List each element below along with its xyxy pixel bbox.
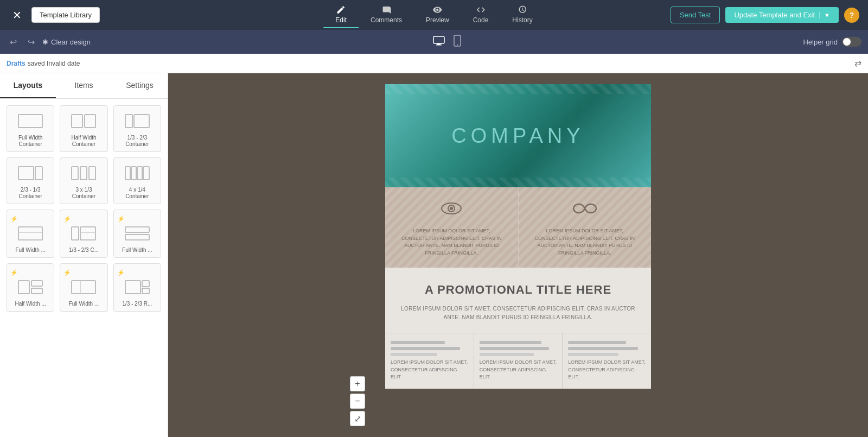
line-ph-3 — [391, 353, 437, 356]
three-col-2[interactable]: LOREM IPSUM DOLOR SIT AMET, CONSECTETUR … — [474, 333, 563, 389]
layout-three-thirds[interactable]: 3 x 1/3Container — [60, 157, 107, 204]
col2-cell[interactable]: LOREM IPSUM DOLOR SIT AMET, CONSECTETUR … — [519, 187, 652, 268]
three-col-3[interactable]: LOREM IPSUM DOLOR SIT AMET, CONSECTETUR … — [563, 333, 651, 389]
zoom-out-button[interactable]: − — [350, 394, 365, 409]
mobile-view-button[interactable] — [454, 35, 461, 49]
svg-point-36 — [450, 207, 453, 210]
layout-third-twothirds-lightning[interactable]: ⚡ 1/3 - 2/3 C... — [60, 210, 107, 258]
editor-toolbar: ↩ ↪ ✱ Clear design Helper grid — [0, 30, 868, 54]
svg-rect-0 — [433, 36, 444, 43]
tab-preview[interactable]: Preview — [414, 2, 461, 28]
svg-rect-8 — [125, 115, 132, 128]
top-nav-left: ✕ Template Library — [9, 7, 100, 23]
header-stripe-top — [385, 84, 651, 94]
three-col-1[interactable]: LOREM IPSUM DOLOR SIT AMET, CONSECTETUR … — [385, 333, 474, 389]
svg-rect-6 — [72, 115, 82, 128]
three-column-section[interactable]: LOREM IPSUM DOLOR SIT AMET, CONSECTETUR … — [385, 333, 651, 389]
svg-rect-5 — [18, 115, 42, 128]
layout-full-lightning-1[interactable]: ⚡ Full Width ... — [7, 210, 54, 258]
lightning-badge-3: ⚡ — [117, 216, 157, 223]
layout-third-twothirds[interactable]: 1/3 - 2/3Container — [113, 105, 161, 152]
two-column-section[interactable]: LOREM IPSUM DOLOR SIT AMET, CONSECTETUR … — [385, 187, 651, 268]
svg-rect-18 — [143, 167, 149, 180]
svg-rect-33 — [142, 288, 149, 294]
helper-grid-toggle-switch[interactable] — [842, 37, 861, 47]
layout-third-twothirds-r[interactable]: ⚡ 1/3 - 2/3 R... — [113, 263, 161, 312]
update-template-button[interactable]: Update Template and Exit ▼ — [725, 7, 839, 23]
infinity-icon — [572, 198, 597, 221]
layout-half-lightning[interactable]: ⚡ Half Width ... — [7, 263, 54, 312]
zoom-fit-button[interactable]: ⤢ — [350, 411, 365, 426]
sidebar-tabs: Layouts Items Settings — [0, 73, 168, 99]
line-ph-5 — [480, 347, 549, 350]
three-thirds-icon — [63, 163, 104, 183]
full-lightning-2-icon — [117, 224, 157, 243]
line-ph-7 — [568, 341, 626, 344]
svg-rect-25 — [125, 235, 149, 240]
svg-rect-22 — [80, 227, 95, 240]
layout-full-lightning-3[interactable]: ⚡ Full Width ... — [60, 263, 107, 312]
sidebar-tab-layouts[interactable]: Layouts — [0, 73, 56, 98]
svg-rect-19 — [18, 227, 42, 240]
svg-rect-32 — [142, 281, 149, 287]
promo-section[interactable]: A PROMOTIONAL TITLE HERE LOREM IPSUM DOL… — [385, 268, 651, 333]
template-library-button[interactable]: Template Library — [31, 7, 100, 23]
tab-comments[interactable]: Comments — [359, 2, 414, 28]
col2-text: LOREM IPSUM DOLOR SIT AMET, CONSECTETUR … — [527, 227, 643, 257]
three-col-3-text: LOREM IPSUM DOLOR SIT AMET, CONSECTETUR … — [568, 359, 646, 381]
line-ph-1 — [391, 341, 445, 344]
eye-icon — [441, 198, 462, 221]
redo-button[interactable]: ↪ — [24, 35, 38, 49]
svg-rect-26 — [18, 281, 29, 294]
clear-design-button[interactable]: ✱ Clear design — [42, 38, 91, 46]
svg-rect-7 — [85, 115, 95, 128]
drafts-expand-button[interactable]: ⇄ — [854, 58, 861, 68]
send-test-button[interactable]: Send Test — [671, 7, 720, 23]
layout-four-quarters[interactable]: 4 x 1/4Container — [113, 157, 161, 204]
full-lightning-3-icon — [63, 277, 104, 297]
layout-items-grid: Full Width Container Half WidthContainer… — [7, 105, 161, 312]
clear-icon: ✱ — [42, 38, 48, 46]
sidebar-tab-items[interactable]: Items — [56, 73, 112, 98]
toggle-knob — [843, 38, 851, 46]
col1-cell[interactable]: LOREM IPSUM DOLOR SIT AMET, CONSECTETUR … — [385, 187, 519, 268]
line-ph-6 — [480, 353, 534, 356]
nav-tabs: Edit Comments Preview Code History — [323, 2, 544, 28]
svg-rect-28 — [31, 288, 42, 294]
half-lightning-icon — [10, 277, 50, 297]
tab-code[interactable]: Code — [461, 2, 501, 28]
zoom-in-button[interactable]: + — [350, 376, 365, 391]
sidebar-tab-settings[interactable]: Settings — [112, 73, 168, 98]
lightning-badge-6: ⚡ — [117, 269, 157, 276]
third-twothirds-icon — [117, 111, 157, 131]
company-title: COMPANY — [451, 124, 584, 148]
layout-half-width[interactable]: Half WidthContainer — [60, 105, 107, 152]
update-dropdown-arrow[interactable]: ▼ — [819, 12, 830, 18]
full-lightning-1-icon — [10, 224, 50, 243]
tab-history[interactable]: History — [500, 2, 544, 28]
svg-rect-10 — [18, 167, 34, 180]
promo-title: A PROMOTIONAL TITLE HERE — [398, 283, 638, 297]
col1-text: LOREM IPSUM DOLOR SIT AMET, CONSECTETUR … — [394, 227, 509, 257]
help-button[interactable]: ? — [844, 8, 859, 23]
undo-button[interactable]: ↩ — [7, 35, 20, 49]
layout-full-lightning-2[interactable]: ⚡ Full Width ... — [113, 210, 161, 258]
lightning-badge-5: ⚡ — [63, 269, 104, 276]
promo-body: LOREM IPSUM DOLOR SIT AMET, CONSECTETUR … — [398, 305, 638, 322]
close-button[interactable]: ✕ — [9, 7, 25, 23]
main-layout: Layouts Items Settings Full Width Contai… — [0, 73, 868, 437]
svg-point-4 — [457, 44, 458, 45]
layout-full-width[interactable]: Full Width Container — [7, 105, 54, 152]
layout-twothirds-third[interactable]: 2/3 - 1/3Container — [7, 157, 54, 204]
zoom-controls: + − ⤢ — [350, 376, 365, 426]
lightning-badge-4: ⚡ — [10, 269, 50, 276]
drafts-bar: Drafts saved Invalid date ⇄ — [0, 54, 868, 73]
lightning-badge: ⚡ — [10, 216, 50, 223]
desktop-view-button[interactable] — [433, 36, 445, 48]
svg-rect-11 — [35, 167, 42, 180]
third-twothirds-r-icon — [117, 277, 157, 297]
line-ph-9 — [568, 353, 618, 356]
tab-edit[interactable]: Edit — [323, 2, 359, 28]
svg-rect-29 — [72, 281, 95, 294]
email-header-section[interactable]: COMPANY — [385, 84, 651, 187]
